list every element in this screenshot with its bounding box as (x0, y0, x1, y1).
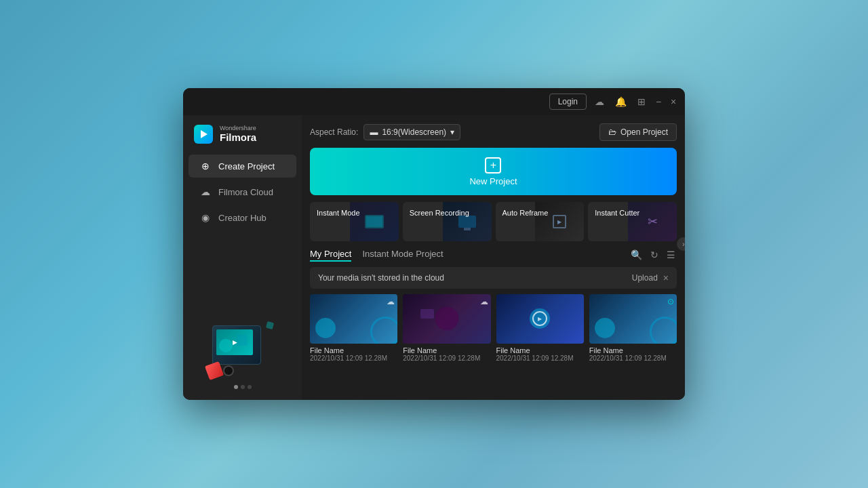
file-cloud-icon-4: ⊙ (667, 297, 674, 306)
notification-icon[interactable]: 🔔 (612, 94, 629, 110)
instant-mode-label: Instant Mode (317, 209, 392, 217)
file-meta-3: 2022/10/31 12:09 12.28M (496, 354, 584, 362)
quick-action-auto-reframe[interactable]: Auto Reframe ▶ (496, 202, 585, 241)
file-name-4: File Name (589, 346, 677, 354)
logo-text: Wondershare Filmora (220, 125, 256, 144)
logo-brand: Wondershare (220, 125, 256, 131)
play-circle-icon: ▶ (532, 311, 547, 326)
cloud-banner-actions: Upload × (632, 272, 669, 283)
quick-action-screen-recording[interactable]: Screen Recording (403, 202, 492, 241)
file-thumbnail-4: ⊙ (589, 294, 677, 344)
my-project-section: My Project Instant Mode Project 🔍 ↻ ☰ Yo… (310, 248, 677, 392)
screen-recording-label: Screen Recording (410, 209, 485, 217)
instant-mode-thumbnail (350, 202, 399, 241)
file-name-2: File Name (403, 346, 490, 354)
title-bar-controls: Login ☁ 🔔 ⊞ − × (549, 94, 678, 110)
sidebar-item-filmora-cloud[interactable]: ☁ Filmora Cloud (189, 180, 296, 203)
instant-cutter-thumbnail: ✂ (628, 202, 677, 241)
dot-2 (241, 385, 245, 389)
section-actions: 🔍 ↻ ☰ (629, 248, 677, 262)
new-project-plus-icon: + (485, 157, 501, 174)
main-layout: Wondershare Filmora ⊕ Create Project ☁ F… (183, 115, 685, 400)
aspect-ratio-dropdown[interactable]: ▬ 16:9(Widescreen) ▾ (363, 124, 460, 140)
chevron-down-icon: ▾ (450, 127, 454, 137)
file-meta-4: 2022/10/31 12:09 12.28M (589, 354, 677, 362)
creator-hub-icon: ◉ (199, 212, 212, 223)
list-view-icon[interactable]: ☰ (665, 248, 677, 262)
file-thumbnail-1: ☁ (310, 294, 397, 344)
file-meta-1: 2022/10/31 12:09 12.28M (310, 354, 397, 362)
file-card-4[interactable]: ⊙ File Name 2022/10/31 12:09 12.28M (589, 294, 677, 362)
aspect-ratio-label: Aspect Ratio: (310, 127, 358, 137)
login-button[interactable]: Login (549, 94, 587, 110)
file-grid: ☁ File Name 2022/10/31 12:09 12.28M ☁ Fi… (310, 294, 677, 362)
tab-my-project[interactable]: My Project (310, 249, 351, 262)
search-icon[interactable]: 🔍 (629, 248, 644, 262)
screen-recording-thumbnail (443, 202, 492, 241)
sidebar-item-label-hub: Creator Hub (218, 213, 267, 223)
tab-instant-mode-project[interactable]: Instant Mode Project (362, 249, 443, 262)
new-project-label: New Project (469, 176, 517, 186)
quick-actions: Instant Mode Screen Recording (310, 202, 677, 241)
quick-action-instant-cutter[interactable]: Instant Cutter ✂ (588, 202, 677, 241)
file-card-2[interactable]: ☁ File Name 2022/10/31 12:09 12.28M (403, 294, 490, 362)
cloud-banner: Your media isn't stored in the cloud Upl… (310, 267, 677, 289)
aspect-ratio-selector: Aspect Ratio: ▬ 16:9(Widescreen) ▾ (310, 124, 460, 140)
illustration-box: ▶ (205, 319, 280, 380)
file-thumbnail-3: ▶ (496, 294, 584, 344)
new-project-content: + New Project (469, 157, 517, 186)
dot-1 (234, 385, 238, 389)
close-banner-button[interactable]: × (663, 272, 669, 283)
open-project-button[interactable]: 🗁 Open Project (599, 123, 677, 141)
file-cloud-icon-2: ☁ (480, 297, 488, 306)
close-button[interactable]: × (669, 97, 678, 106)
open-project-label: Open Project (620, 127, 668, 137)
file-name-3: File Name (496, 346, 584, 354)
sidebar-item-label-cloud: Filmora Cloud (218, 187, 273, 197)
sidebar-item-creator-hub[interactable]: ◉ Creator Hub (189, 206, 296, 229)
folder-icon: 🗁 (608, 127, 616, 137)
carousel-dots (234, 385, 252, 389)
section-tabs: My Project Instant Mode Project (310, 249, 443, 262)
instant-cutter-label: Instant Cutter (595, 209, 670, 217)
aspect-ratio-value: 16:9(Widescreen) (382, 127, 446, 137)
content-area: Aspect Ratio: ▬ 16:9(Widescreen) ▾ 🗁 Ope… (302, 115, 685, 400)
file-thumbnail-2: ☁ (403, 294, 490, 344)
cloud-sync-icon[interactable]: ☁ (592, 94, 607, 110)
minimize-button[interactable]: − (654, 97, 663, 106)
aspect-ratio-icon: ▬ (370, 127, 378, 137)
svg-marker-0 (201, 130, 208, 138)
filmora-cloud-icon: ☁ (199, 186, 212, 197)
file-card-3[interactable]: ▶ File Name 2022/10/31 12:09 12.28M (496, 294, 584, 362)
auto-reframe-label: Auto Reframe (502, 209, 578, 217)
sidebar: Wondershare Filmora ⊕ Create Project ☁ F… (183, 115, 302, 400)
file-meta-2: 2022/10/31 12:09 12.28M (403, 354, 490, 362)
grid-icon[interactable]: ⊞ (635, 94, 648, 110)
sidebar-illustration: ▶ (183, 308, 302, 400)
filmora-logo-icon (194, 125, 213, 144)
auto-reframe-thumbnail: ▶ (535, 202, 584, 241)
refresh-icon[interactable]: ↻ (649, 248, 660, 262)
file-card-1[interactable]: ☁ File Name 2022/10/31 12:09 12.28M (310, 294, 397, 362)
quick-action-instant-mode[interactable]: Instant Mode (310, 202, 399, 241)
create-project-icon: ⊕ (199, 161, 212, 171)
title-bar: Login ☁ 🔔 ⊞ − × (183, 88, 685, 115)
sidebar-item-create-project[interactable]: ⊕ Create Project (189, 155, 296, 178)
upload-button[interactable]: Upload (632, 273, 658, 283)
top-bar: Aspect Ratio: ▬ 16:9(Widescreen) ▾ 🗁 Ope… (310, 123, 677, 141)
app-window: Login ☁ 🔔 ⊞ − × Wondershare Filmora (183, 88, 685, 400)
sidebar-item-label-create: Create Project (218, 161, 275, 171)
logo-name: Filmora (220, 131, 256, 144)
logo-area: Wondershare Filmora (183, 115, 302, 153)
quick-actions-next-arrow[interactable]: › (677, 237, 685, 251)
cloud-banner-text: Your media isn't stored in the cloud (318, 273, 444, 283)
file-name-1: File Name (310, 346, 397, 354)
new-project-banner[interactable]: + New Project (310, 148, 677, 195)
file-cloud-icon-1: ☁ (387, 297, 395, 306)
dot-3 (248, 385, 252, 389)
section-header: My Project Instant Mode Project 🔍 ↻ ☰ (310, 248, 677, 262)
